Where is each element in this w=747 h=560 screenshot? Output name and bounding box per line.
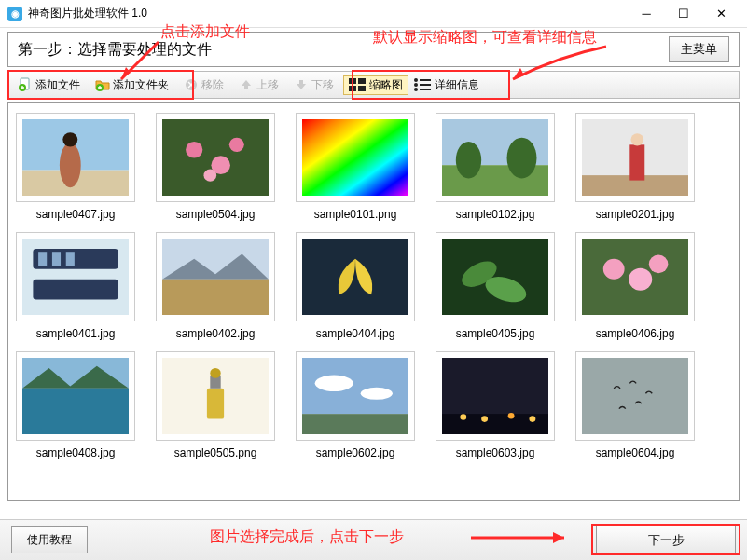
thumbnail: [16, 351, 135, 441]
app-title: 神奇图片批处理软件 1.0: [28, 6, 628, 21]
thumbnail: [156, 351, 275, 441]
thumbnail: [16, 232, 135, 321]
file-item[interactable]: sample0408.jpg: [16, 351, 135, 459]
thumbnail: [436, 232, 555, 321]
svg-point-29: [507, 138, 537, 179]
svg-point-10: [414, 78, 418, 82]
svg-point-18: [60, 143, 81, 187]
app-icon: ◉: [7, 7, 22, 21]
toolbar: 添加文件 添加文件夹 移除 上移 下移 缩略图 详细信息: [7, 71, 740, 99]
remove-button[interactable]: 移除: [178, 75, 229, 95]
move-up-label: 上移: [256, 77, 279, 93]
svg-rect-20: [162, 119, 269, 196]
file-item[interactable]: sample0504.jpg: [156, 113, 275, 221]
svg-rect-41: [162, 280, 269, 315]
file-name: sample0603.jpg: [436, 446, 555, 459]
thumbnail: [296, 351, 415, 441]
thumbnail: [16, 113, 135, 202]
file-name: sample0408.jpg: [16, 446, 135, 459]
thumbnail: [575, 113, 695, 202]
move-down-button[interactable]: 下移: [288, 75, 339, 95]
file-item[interactable]: sample0603.jpg: [436, 351, 555, 459]
thumbnail-view-button[interactable]: 缩略图: [343, 75, 408, 95]
move-up-button[interactable]: 上移: [233, 75, 284, 95]
svg-rect-43: [442, 239, 548, 315]
tutorial-button[interactable]: 使用教程: [11, 526, 88, 553]
thumbnail: [296, 232, 415, 321]
thumbnail: [575, 351, 695, 441]
svg-rect-36: [33, 280, 118, 300]
svg-point-64: [508, 413, 515, 419]
file-name: sample0602.jpg: [296, 446, 415, 459]
step-title: 第一步：选择需要处理的文件: [18, 40, 669, 60]
svg-rect-66: [582, 358, 688, 434]
add-file-label: 添加文件: [35, 77, 80, 93]
svg-rect-37: [38, 252, 47, 266]
add-file-icon: [18, 77, 33, 92]
svg-rect-8: [349, 86, 356, 91]
titlebar: ◉ 神奇图片批处理软件 1.0 ─ ☐ ✕: [0, 0, 747, 28]
svg-point-47: [603, 259, 625, 280]
file-name: sample0405.jpg: [436, 327, 555, 340]
arrow-down-icon: [294, 77, 309, 92]
svg-rect-11: [420, 79, 431, 81]
thumbnail: [436, 351, 555, 441]
svg-rect-4: [244, 85, 248, 89]
main-menu-button[interactable]: 主菜单: [669, 36, 729, 62]
svg-point-24: [203, 170, 216, 182]
add-folder-button[interactable]: 添加文件夹: [90, 75, 174, 95]
detail-view-label: 详细信息: [435, 77, 479, 93]
add-file-button[interactable]: 添加文件: [12, 75, 86, 95]
thumbnail: [156, 113, 275, 202]
svg-rect-32: [629, 144, 644, 180]
file-name: sample0404.jpg: [296, 327, 415, 340]
file-item[interactable]: sample0102.jpg: [436, 113, 555, 221]
svg-point-63: [481, 416, 488, 422]
file-item[interactable]: sample0405.jpg: [436, 232, 555, 340]
svg-rect-15: [420, 89, 431, 90]
file-name: sample0406.jpg: [575, 327, 695, 340]
file-item[interactable]: sample0406.jpg: [575, 232, 695, 340]
file-name: sample0201.jpg: [575, 208, 695, 221]
svg-point-12: [414, 83, 418, 87]
svg-point-14: [414, 88, 418, 91]
svg-rect-5: [299, 80, 303, 85]
file-item[interactable]: sample0505.png: [156, 351, 275, 459]
file-item[interactable]: sample0101.png: [296, 113, 415, 221]
file-name: sample0504.jpg: [156, 208, 275, 221]
svg-rect-7: [358, 78, 366, 84]
file-name: sample0604.jpg: [575, 446, 695, 459]
remove-icon: [184, 77, 199, 92]
next-button[interactable]: 下一步: [596, 526, 736, 555]
thumbnail: [575, 232, 695, 321]
file-list-area[interactable]: sample0407.jpgsample0504.jpgsample0101.p…: [7, 102, 740, 501]
close-button[interactable]: ✕: [702, 1, 740, 27]
svg-point-33: [630, 133, 643, 145]
grid-icon: [349, 78, 366, 91]
thumbnail: [156, 232, 275, 321]
file-item[interactable]: sample0602.jpg: [296, 351, 415, 459]
file-name: sample0402.jpg: [156, 327, 275, 340]
file-item[interactable]: sample0407.jpg: [16, 113, 135, 221]
svg-rect-53: [207, 389, 224, 419]
file-item[interactable]: sample0401.jpg: [16, 232, 135, 340]
remove-label: 移除: [201, 77, 224, 93]
svg-rect-42: [302, 239, 408, 315]
svg-point-57: [315, 376, 353, 391]
file-item[interactable]: sample0402.jpg: [156, 232, 275, 340]
svg-rect-9: [358, 86, 366, 91]
move-down-label: 下移: [311, 77, 334, 93]
svg-rect-59: [302, 414, 408, 434]
file-item[interactable]: sample0404.jpg: [296, 232, 415, 340]
svg-point-62: [460, 414, 466, 420]
file-item[interactable]: sample0201.jpg: [575, 113, 695, 221]
file-name: sample0102.jpg: [436, 208, 555, 221]
svg-point-23: [229, 138, 244, 152]
maximize-button[interactable]: ☐: [665, 1, 702, 27]
file-item[interactable]: sample0604.jpg: [575, 351, 695, 459]
svg-point-58: [361, 388, 393, 400]
svg-rect-39: [66, 252, 75, 266]
minimize-button[interactable]: ─: [628, 1, 665, 27]
svg-point-49: [649, 254, 669, 273]
detail-view-button[interactable]: 详细信息: [408, 75, 485, 95]
